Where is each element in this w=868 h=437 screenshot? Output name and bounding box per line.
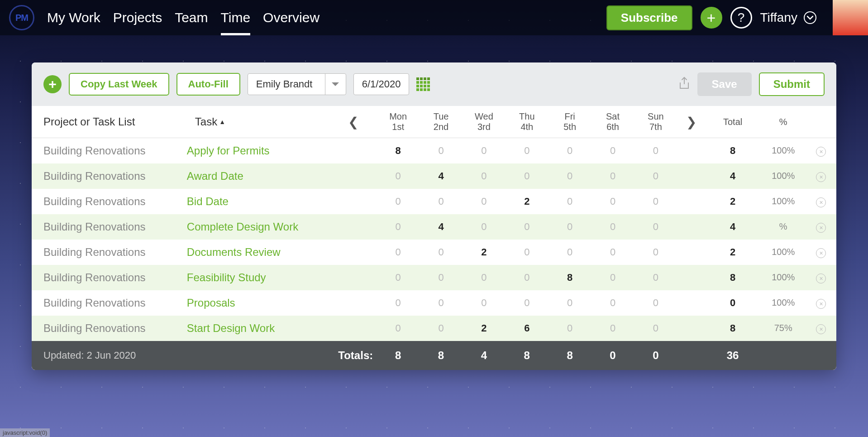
copy-last-week-button[interactable]: Copy Last Week bbox=[69, 73, 169, 96]
task-link[interactable]: Start Design Work bbox=[183, 316, 330, 341]
nav-my-work[interactable]: My Work bbox=[47, 1, 100, 34]
delete-row-button[interactable]: × bbox=[816, 324, 826, 334]
hours-cell[interactable]: 0 bbox=[548, 214, 591, 240]
totals-label: Totals: bbox=[330, 341, 377, 370]
hours-cell[interactable]: 0 bbox=[634, 214, 677, 240]
hours-cell[interactable]: 0 bbox=[420, 189, 463, 214]
hours-cell[interactable]: 0 bbox=[591, 240, 634, 265]
hours-cell[interactable]: 8 bbox=[548, 265, 591, 290]
hours-cell[interactable]: 0 bbox=[591, 138, 634, 163]
hours-cell[interactable]: 0 bbox=[463, 214, 506, 240]
hours-cell[interactable]: 2 bbox=[463, 316, 506, 341]
task-link[interactable]: Complete Design Work bbox=[183, 214, 330, 240]
task-link[interactable]: Feasibility Study bbox=[183, 265, 330, 290]
hours-cell[interactable]: 0 bbox=[634, 290, 677, 316]
subscribe-button[interactable]: Subscribe bbox=[606, 5, 692, 30]
hours-cell[interactable]: 0 bbox=[548, 163, 591, 189]
auto-fill-button[interactable]: Auto-Fill bbox=[176, 73, 240, 96]
delete-row-button[interactable]: × bbox=[816, 274, 826, 283]
hours-cell[interactable]: 0 bbox=[420, 290, 463, 316]
hours-cell[interactable]: 0 bbox=[463, 163, 506, 189]
add-row-button[interactable]: + bbox=[43, 75, 62, 93]
hours-cell[interactable]: 0 bbox=[591, 290, 634, 316]
hours-cell[interactable]: 6 bbox=[506, 316, 548, 341]
task-link[interactable]: Apply for Permits bbox=[183, 138, 330, 163]
hours-cell[interactable]: 0 bbox=[548, 316, 591, 341]
hours-cell[interactable]: 0 bbox=[548, 189, 591, 214]
hours-cell[interactable]: 0 bbox=[377, 163, 420, 189]
nav-projects[interactable]: Projects bbox=[113, 1, 162, 34]
hours-cell[interactable]: 0 bbox=[548, 138, 591, 163]
col-task[interactable]: Task▲ bbox=[183, 106, 330, 138]
hours-cell[interactable]: 0 bbox=[506, 138, 548, 163]
hours-cell[interactable]: 0 bbox=[506, 290, 548, 316]
hours-cell[interactable]: 0 bbox=[377, 265, 420, 290]
hours-cell[interactable]: 8 bbox=[377, 138, 420, 163]
add-button[interactable]: + bbox=[701, 7, 722, 29]
help-button[interactable]: ? bbox=[730, 7, 752, 29]
hours-cell[interactable]: 0 bbox=[634, 265, 677, 290]
hours-cell[interactable]: 0 bbox=[548, 240, 591, 265]
hours-cell[interactable]: 0 bbox=[420, 138, 463, 163]
hours-cell[interactable]: 2 bbox=[463, 240, 506, 265]
hours-cell[interactable]: 0 bbox=[506, 240, 548, 265]
submit-button[interactable]: Submit bbox=[759, 72, 825, 96]
hours-cell[interactable]: 4 bbox=[420, 214, 463, 240]
avatar[interactable] bbox=[833, 0, 868, 35]
hours-cell[interactable]: 0 bbox=[463, 138, 506, 163]
hours-cell[interactable]: 0 bbox=[377, 214, 420, 240]
hours-cell[interactable]: 0 bbox=[463, 290, 506, 316]
hours-cell[interactable]: 0 bbox=[634, 138, 677, 163]
hours-cell[interactable]: 0 bbox=[377, 240, 420, 265]
task-link[interactable]: Bid Date bbox=[183, 189, 330, 214]
person-select-dropdown[interactable] bbox=[325, 74, 346, 95]
nav-overview[interactable]: Overview bbox=[263, 1, 320, 34]
nav-team[interactable]: Team bbox=[175, 1, 208, 34]
hours-cell[interactable]: 0 bbox=[591, 265, 634, 290]
hours-cell[interactable]: 0 bbox=[420, 240, 463, 265]
delete-row-button[interactable]: × bbox=[816, 197, 826, 207]
hours-cell[interactable]: 0 bbox=[420, 316, 463, 341]
hours-cell[interactable]: 0 bbox=[591, 316, 634, 341]
hours-cell[interactable]: 0 bbox=[634, 163, 677, 189]
hours-cell[interactable]: 2 bbox=[506, 189, 548, 214]
user-menu[interactable]: Tiffany bbox=[760, 10, 825, 25]
hours-cell[interactable]: 0 bbox=[463, 189, 506, 214]
date-input[interactable]: 6/1/2020 bbox=[353, 73, 410, 95]
hours-cell[interactable]: 0 bbox=[506, 163, 548, 189]
calendar-icon[interactable] bbox=[416, 77, 430, 91]
hours-cell[interactable]: 0 bbox=[548, 290, 591, 316]
hours-cell[interactable]: 4 bbox=[420, 163, 463, 189]
prev-week-button[interactable]: ❮ bbox=[348, 115, 358, 129]
hours-cell[interactable]: 0 bbox=[377, 290, 420, 316]
delete-row-button[interactable]: × bbox=[816, 248, 826, 258]
col-project[interactable]: Project or Task List bbox=[32, 106, 183, 138]
hours-cell[interactable]: 0 bbox=[506, 265, 548, 290]
task-link[interactable]: Award Date bbox=[183, 163, 330, 189]
delete-row-button[interactable]: × bbox=[816, 299, 826, 309]
hours-cell[interactable]: 0 bbox=[634, 316, 677, 341]
nav-time[interactable]: Time bbox=[221, 1, 251, 34]
hours-cell[interactable]: 0 bbox=[591, 189, 634, 214]
cell-total: 0 bbox=[705, 290, 761, 316]
hours-cell[interactable]: 0 bbox=[463, 265, 506, 290]
hours-cell[interactable]: 0 bbox=[591, 214, 634, 240]
task-link[interactable]: Documents Review bbox=[183, 240, 330, 265]
updated-label: Updated: 2 Jun 2020 bbox=[32, 341, 330, 370]
delete-row-button[interactable]: × bbox=[816, 223, 826, 233]
hours-cell[interactable]: 0 bbox=[634, 189, 677, 214]
timesheet-table-wrap: Project or Task List Task▲ ❮ Mon1st Tue2… bbox=[32, 106, 836, 370]
delete-row-button[interactable]: × bbox=[816, 172, 826, 182]
hours-cell[interactable]: 0 bbox=[634, 240, 677, 265]
hours-cell[interactable]: 0 bbox=[591, 163, 634, 189]
export-icon[interactable] bbox=[678, 77, 690, 92]
hours-cell[interactable]: 0 bbox=[420, 265, 463, 290]
hours-cell[interactable]: 0 bbox=[506, 214, 548, 240]
hours-cell[interactable]: 0 bbox=[377, 316, 420, 341]
next-week-button[interactable]: ❯ bbox=[686, 115, 696, 129]
delete-row-button[interactable]: × bbox=[816, 147, 826, 157]
person-select[interactable]: Emily Brandt bbox=[248, 73, 346, 95]
task-link[interactable]: Proposals bbox=[183, 290, 330, 316]
hours-cell[interactable]: 0 bbox=[377, 189, 420, 214]
cell-total: 8 bbox=[705, 138, 761, 163]
